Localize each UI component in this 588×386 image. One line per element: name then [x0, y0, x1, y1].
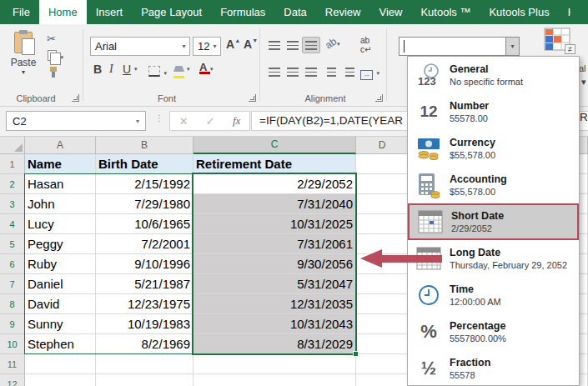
format-option-fraction[interactable]: ½ Fraction 55578 — [408, 350, 579, 386]
paste-button[interactable]: Paste ▾ — [5, 30, 42, 90]
cell-c3[interactable]: 7/31/2040 — [193, 194, 356, 214]
align-center-button[interactable] — [284, 63, 302, 80]
cell-c4[interactable]: 10/31/2025 — [193, 214, 356, 234]
cell-a8[interactable]: David — [25, 294, 96, 314]
font-dialog-launcher[interactable] — [249, 94, 256, 102]
decrease-indent-button[interactable] — [322, 63, 340, 80]
tab-help-partial[interactable]: He — [559, 0, 570, 24]
cell-b3[interactable]: 7/29/1980 — [96, 194, 193, 214]
clipboard-dialog-launcher[interactable] — [72, 94, 79, 102]
cell-c2-active[interactable]: 2/29/2052 — [193, 174, 356, 194]
cell-c9[interactable]: 10/31/2043 — [193, 314, 356, 334]
col-header-b[interactable]: B — [96, 137, 193, 154]
row-number[interactable]: 5 — [0, 234, 25, 254]
cancel-entry-button[interactable]: ✕ — [179, 115, 188, 128]
cell-a11[interactable] — [25, 354, 96, 374]
cell-d4[interactable] — [356, 214, 409, 234]
underline-dropdown-arrow[interactable]: ▾ — [134, 66, 138, 73]
cell-d3[interactable] — [356, 194, 409, 214]
tab-kutools[interactable]: Kutools ™ — [411, 0, 480, 24]
cell-d7[interactable] — [356, 274, 409, 294]
cell-b4[interactable]: 10/6/1965 — [96, 214, 193, 234]
tab-data[interactable]: Data — [274, 0, 315, 24]
cell-a7[interactable]: Daniel — [25, 274, 96, 294]
cell-c10[interactable]: 8/31/2029 — [193, 334, 356, 354]
cell-a1[interactable]: Name — [25, 154, 96, 174]
top-align-button[interactable] — [265, 37, 284, 53]
font-color-button[interactable]: A — [199, 61, 210, 74]
cell-b10[interactable]: 8/2/1969 — [96, 334, 193, 354]
row-number[interactable]: 1 — [0, 154, 25, 174]
fill-color-button[interactable] — [173, 63, 184, 78]
cell-a3[interactable]: John — [25, 194, 96, 214]
row-number[interactable]: 2 — [0, 174, 25, 194]
tab-insert[interactable]: Insert — [87, 0, 133, 24]
fill-color-dropdown-arrow[interactable]: ▾ — [187, 66, 190, 73]
cell-a5[interactable]: Peggy — [25, 234, 96, 254]
font-color-dropdown-arrow[interactable]: ▾ — [210, 66, 214, 73]
tab-kutools-plus[interactable]: Kutools Plus — [480, 0, 558, 24]
merge-center-button[interactable]: ↔ ▾ — [360, 65, 379, 80]
cell-c12[interactable] — [193, 374, 356, 386]
row-number[interactable]: 3 — [0, 194, 25, 214]
confirm-entry-button[interactable]: ✓ — [206, 115, 215, 128]
insert-function-button[interactable]: fx — [233, 114, 240, 128]
underline-button[interactable]: U — [123, 63, 131, 76]
cell-b11[interactable] — [96, 354, 193, 374]
cell-d10[interactable] — [356, 334, 409, 354]
row-number[interactable]: 7 — [0, 274, 25, 294]
cell-c8[interactable]: 12/31/2035 — [193, 294, 356, 314]
format-option-accounting[interactable]: Accounting $55,578.00 — [408, 167, 579, 203]
cell-a12[interactable] — [25, 374, 96, 386]
borders-button[interactable]: ▾ — [148, 65, 167, 80]
font-name-combobox[interactable]: Arial ▾ — [90, 37, 190, 56]
cell-a4[interactable]: Lucy — [25, 214, 96, 234]
cell-c7[interactable]: 5/31/2047 — [193, 274, 356, 294]
cell-c1[interactable]: Retirement Date — [193, 154, 356, 174]
grow-font-button[interactable]: A▲ — [226, 38, 240, 51]
bottom-align-button[interactable] — [302, 37, 320, 53]
row-number[interactable]: 9 — [0, 314, 25, 334]
cell-a9[interactable]: Sunny — [25, 314, 96, 334]
name-box-dropdown-arrow[interactable]: ▾ — [130, 118, 145, 125]
cell-d1[interactable] — [356, 154, 409, 174]
cell-d11[interactable] — [356, 354, 409, 374]
cell-c11[interactable] — [193, 354, 356, 374]
cell-b12[interactable] — [96, 374, 193, 386]
cell-b8[interactable]: 12/23/1975 — [96, 294, 193, 314]
cell-c5[interactable]: 7/31/2061 — [193, 234, 356, 254]
format-option-currency[interactable]: Currency $55,578.00 — [408, 130, 579, 167]
row-number[interactable]: 12 — [0, 374, 25, 386]
select-all-corner[interactable] — [0, 137, 25, 154]
col-header-a[interactable]: A — [25, 137, 96, 154]
cell-a6[interactable]: Ruby — [25, 254, 96, 274]
cell-b6[interactable]: 9/10/1996 — [96, 254, 193, 274]
tab-formulas[interactable]: Formulas — [211, 0, 274, 24]
cell-a2[interactable]: Hasan — [25, 174, 96, 194]
orientation-dropdown-arrow[interactable]: ▾ — [337, 41, 340, 48]
cell-b9[interactable]: 10/19/1983 — [96, 314, 193, 334]
font-size-combobox[interactable]: 12 ▾ — [193, 37, 221, 56]
row-number[interactable]: 4 — [0, 214, 25, 234]
alignment-dialog-launcher[interactable] — [375, 94, 383, 102]
name-box[interactable]: C2 ▾ — [6, 111, 146, 131]
format-option-short-date[interactable]: Short Date 2/29/2052 — [408, 203, 579, 240]
number-format-dropdown-arrow[interactable]: ▾ — [505, 38, 519, 55]
row-number[interactable]: 11 — [0, 354, 25, 374]
number-format-combobox[interactable]: ▾ — [399, 37, 520, 56]
tab-file[interactable]: File — [3, 0, 39, 24]
increase-indent-button[interactable] — [340, 63, 359, 80]
format-option-time[interactable]: Time 12:00:00 AM — [408, 277, 579, 313]
tab-view[interactable]: View — [369, 0, 411, 24]
cell-d8[interactable] — [356, 294, 409, 314]
cell-b1[interactable]: Birth Date — [96, 154, 193, 174]
format-option-number[interactable]: 12 Number 55578.00 — [408, 93, 579, 130]
tab-home[interactable]: Home — [39, 0, 87, 24]
bold-button[interactable]: B — [93, 63, 102, 76]
cut-button[interactable]: ✂ — [47, 33, 72, 47]
align-right-button[interactable] — [302, 63, 320, 80]
cell-b5[interactable]: 7/2/2001 — [96, 234, 193, 254]
shrink-font-button[interactable]: A▼ — [244, 38, 258, 51]
format-option-general[interactable]: 123 General No specific format — [408, 57, 579, 93]
col-header-c[interactable]: C — [193, 137, 356, 154]
